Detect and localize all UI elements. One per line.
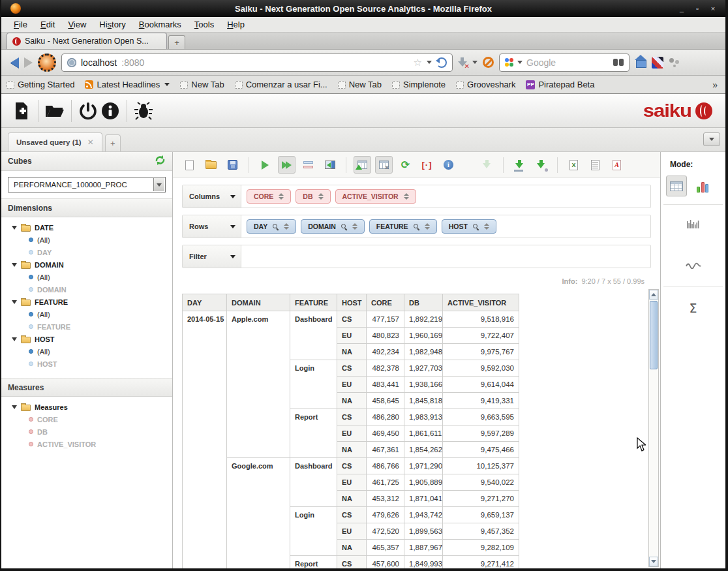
axis-chip-active_visitor[interactable]: ACTIVE_VISITOR: [335, 189, 416, 204]
search-members-icon[interactable]: [473, 224, 479, 230]
refresh-query-button[interactable]: ⟳: [397, 156, 414, 174]
tree-item-all[interactable]: (All): [12, 271, 172, 283]
sort-icon[interactable]: [284, 223, 289, 230]
search-members-icon[interactable]: [273, 224, 279, 230]
tree-expand-icon[interactable]: [12, 263, 17, 267]
sort-icon[interactable]: [352, 223, 357, 230]
sort-icon[interactable]: [484, 223, 489, 230]
cube-select[interactable]: PERFORMANCE_100000_PROC: [8, 177, 166, 193]
menu-item-bookmarks[interactable]: Bookmarks: [133, 18, 187, 31]
filter-dropdown-icon[interactable]: [230, 255, 235, 258]
bookmark-item[interactable]: New Tab: [180, 80, 224, 89]
filter-axis-label[interactable]: Filter: [183, 245, 241, 268]
back-button[interactable]: [10, 57, 19, 68]
workspace-dropdown-button[interactable]: [703, 132, 720, 146]
new-tab-button[interactable]: +: [168, 35, 185, 49]
toggle-fields-button[interactable]: [299, 156, 317, 174]
tree-item-day[interactable]: DAY: [12, 246, 172, 258]
line-chart-mode-button[interactable]: [686, 260, 701, 271]
tree-folder-host[interactable]: HOST: [12, 333, 172, 345]
bookmark-item[interactable]: PPPiratepad Beta: [526, 80, 594, 89]
download-indicator-icon[interactable]: ✕: [458, 57, 467, 68]
axis-chip-host[interactable]: HOST: [442, 219, 496, 234]
bookmark-item[interactable]: Simplenote: [392, 80, 446, 89]
new-query-icon[interactable]: [10, 100, 33, 122]
save-query-button[interactable]: [224, 156, 241, 174]
new-query-button[interactable]: [181, 156, 198, 174]
columns-axis-label[interactable]: Columns: [183, 185, 241, 208]
bookmark-item[interactable]: New Tab: [338, 80, 382, 89]
bookmark-item[interactable]: Comenzar a usar Fi...: [235, 80, 327, 89]
tree-item-domain[interactable]: DOMAIN: [12, 283, 172, 296]
tree-item-feature[interactable]: FEATURE: [12, 320, 172, 333]
menu-item-view[interactable]: View: [62, 18, 92, 31]
table-scrollbar[interactable]: [648, 289, 659, 567]
bar-chart-mode-button[interactable]: [687, 219, 700, 231]
bookmark-item[interactable]: Latest Headlines: [85, 80, 170, 89]
axis-chip-day[interactable]: DAY: [247, 219, 296, 234]
chart-mode-button[interactable]: [692, 176, 713, 196]
tree-folder-domain[interactable]: DOMAIN: [12, 258, 172, 271]
url-bar[interactable]: localhost:8080 ☆: [61, 54, 453, 72]
tree-item-host[interactable]: HOST: [12, 358, 172, 370]
cube-select-arrow-icon[interactable]: [153, 178, 164, 191]
export-csv-button[interactable]: [586, 156, 604, 174]
scrollbar-thumb[interactable]: [650, 301, 658, 369]
axis-chip-domain[interactable]: DOMAIN: [301, 219, 365, 234]
rows-axis-label[interactable]: Rows: [183, 215, 241, 238]
forward-button[interactable]: [24, 57, 33, 68]
columns-dropdown-icon[interactable]: [230, 195, 235, 198]
home-icon[interactable]: [635, 59, 646, 69]
browser-tab-active[interactable]: Saiku - Next Generation Open S...: [7, 33, 167, 49]
menu-item-tools[interactable]: Tools: [189, 18, 220, 31]
export-drill-through-button[interactable]: [511, 156, 528, 174]
mdx-editor-button[interactable]: [·]: [418, 156, 436, 174]
bookmarks-overflow-icon[interactable]: »: [712, 80, 720, 90]
new-query-tab-button[interactable]: +: [105, 134, 121, 151]
search-engine-dropdown-icon[interactable]: [517, 61, 523, 64]
site-identity-icon[interactable]: [67, 58, 76, 67]
query-tab-active[interactable]: Unsaved query (1) ✕: [8, 132, 102, 151]
drill-through-button[interactable]: [478, 156, 496, 174]
search-members-icon[interactable]: [414, 224, 419, 230]
menu-item-history[interactable]: History: [93, 18, 131, 31]
export-xls-button[interactable]: X: [565, 156, 583, 174]
issue-tracker-bug-icon[interactable]: [132, 100, 155, 122]
export-drill-through-csv-button[interactable]: [532, 156, 550, 174]
tree-item-db[interactable]: DB: [12, 425, 172, 438]
table-mode-button[interactable]: [666, 176, 687, 196]
search-go-icon[interactable]: [613, 59, 624, 66]
tree-expand-icon[interactable]: [12, 337, 17, 341]
refresh-cubes-icon[interactable]: [155, 155, 166, 167]
sort-icon[interactable]: [279, 193, 284, 200]
sigma-totals-button[interactable]: Σ: [689, 301, 697, 315]
bookmark-item[interactable]: Getting Started: [7, 80, 74, 89]
menu-item-edit[interactable]: Edit: [35, 18, 61, 31]
axis-chip-core[interactable]: CORE: [247, 189, 291, 204]
explain-query-button[interactable]: i: [440, 156, 457, 174]
tree-item-all[interactable]: (All): [12, 234, 172, 246]
scrollbar-up-button[interactable]: [649, 290, 658, 300]
tree-folder-feature[interactable]: FEATURE: [12, 296, 172, 308]
maximize-button[interactable]: ▫: [693, 5, 702, 12]
reload-icon[interactable]: [436, 57, 447, 68]
tree-item-all[interactable]: (All): [12, 345, 172, 358]
bookmark-star-icon[interactable]: ☆: [414, 57, 422, 67]
export-pdf-button[interactable]: A: [608, 156, 626, 174]
sort-icon[interactable]: [318, 193, 324, 200]
sort-icon[interactable]: [404, 193, 409, 200]
google-logo-icon[interactable]: [505, 58, 513, 67]
scrollbar-down-button[interactable]: [649, 557, 658, 566]
about-icon[interactable]: [99, 100, 121, 122]
axis-chip-db[interactable]: DB: [296, 189, 330, 204]
open-query-button[interactable]: [202, 156, 220, 174]
adblock-icon[interactable]: [483, 57, 494, 68]
sort-icon[interactable]: [425, 223, 430, 230]
close-button[interactable]: ×: [708, 5, 718, 12]
tree-item-all[interactable]: (All): [12, 308, 172, 320]
minimize-button[interactable]: _: [677, 5, 686, 12]
share-icon[interactable]: [669, 58, 679, 67]
rows-dropdown-icon[interactable]: [230, 225, 235, 228]
tree-folder-date[interactable]: DATE: [12, 221, 172, 234]
tree-expand-icon[interactable]: [12, 405, 17, 409]
